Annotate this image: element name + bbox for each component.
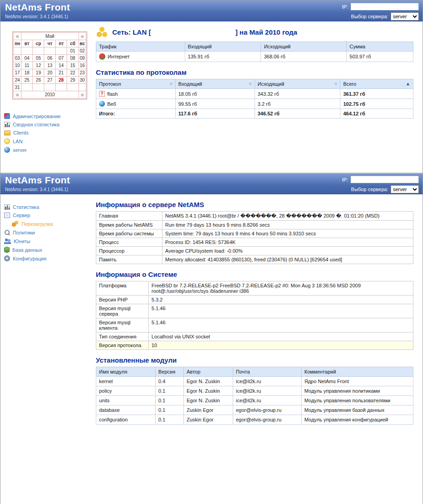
info-row: Время работы системы System time: 79 day… bbox=[96, 229, 413, 238]
info-value: FreeBSD br 7.2-RELEASE-p2 FreeBSD 7.2-RE… bbox=[149, 281, 413, 296]
sort-icon[interactable]: ≡ bbox=[334, 81, 337, 86]
server-select[interactable]: server bbox=[391, 12, 419, 21]
calendar-day[interactable]: 11 bbox=[21, 62, 33, 69]
calendar-day[interactable]: 20 bbox=[44, 69, 56, 77]
info-value: 5.1.46 bbox=[149, 318, 413, 333]
traffic-sum: 503.97 гб bbox=[347, 52, 413, 62]
calendar-day[interactable]: 10 bbox=[14, 62, 21, 69]
column-header-sortable[interactable]: ≡Входящий bbox=[175, 79, 255, 89]
calendar-day[interactable] bbox=[56, 84, 67, 91]
calendar-day[interactable]: 18 bbox=[21, 69, 33, 77]
sidebar-item-statistics[interactable]: Статистика bbox=[4, 204, 94, 210]
calendar-day[interactable]: 13 bbox=[44, 62, 56, 69]
sidebar-item-policies[interactable]: Политики bbox=[4, 229, 94, 235]
sort-asc-icon[interactable]: ▲ bbox=[406, 81, 410, 86]
sidebar-item-administration[interactable]: Администрирование bbox=[4, 113, 94, 119]
calendar-day[interactable] bbox=[32, 84, 44, 91]
web-icon bbox=[99, 101, 105, 107]
sidebar-menu-top: Администрирование Сводная статистика Cli… bbox=[4, 113, 94, 153]
calendar-day[interactable]: 03 bbox=[14, 55, 21, 62]
calendar-day[interactable]: 25 bbox=[21, 77, 33, 84]
info-row: Версия PHP 5.3.2 bbox=[96, 296, 413, 304]
server-select-label: Выбор сервера: bbox=[351, 14, 388, 19]
calendar-day[interactable]: 21 bbox=[56, 69, 67, 77]
calendar-next-year-button[interactable]: ⊛ bbox=[78, 91, 86, 99]
calendar-day[interactable] bbox=[32, 47, 44, 55]
info-value: 5.3.2 bbox=[149, 296, 413, 304]
calendar-day[interactable] bbox=[78, 84, 86, 91]
calendar-day[interactable]: 06 bbox=[44, 55, 56, 62]
info-label: Платформа bbox=[96, 281, 149, 296]
protocols-table: ≡Протокол ≡Входящий ≡Исходящий ▲Всего ?f… bbox=[96, 79, 413, 119]
sort-icon[interactable]: ≡ bbox=[170, 81, 172, 86]
calendar-day[interactable]: 07 bbox=[56, 55, 67, 62]
calendar-day[interactable]: 09 bbox=[78, 55, 86, 62]
ip-input[interactable] bbox=[350, 176, 419, 183]
calendar-day[interactable]: 01 bbox=[67, 47, 79, 55]
calendar-day[interactable]: 23 bbox=[78, 69, 86, 77]
server-select-label: Выбор сервера: bbox=[351, 187, 388, 192]
calendar-day[interactable]: 16 bbox=[78, 62, 86, 69]
calendar-day[interactable]: 24 bbox=[14, 77, 21, 84]
column-header-sortable[interactable]: ≡Исходящий bbox=[255, 79, 340, 89]
folder-icon bbox=[4, 130, 10, 135]
calendar-day[interactable]: 15 bbox=[67, 62, 79, 69]
info-row: Платформа FreeBSD br 7.2-RELEASE-p2 Free… bbox=[96, 281, 413, 296]
calendar-day[interactable] bbox=[44, 84, 56, 91]
info-value: System time: 79 days 13 hours 9 mins 4 h… bbox=[162, 229, 413, 238]
calendar-day[interactable] bbox=[56, 47, 67, 55]
calendar-day[interactable]: 26 bbox=[32, 77, 44, 84]
calendar-month: Май bbox=[21, 33, 78, 40]
page: NetAms Front NetAms version: 3.4.1 (3446… bbox=[0, 0, 423, 504]
column-header-sortable[interactable]: ≡Протокол bbox=[96, 79, 176, 89]
calendar-next-month-button[interactable]: ⊛ bbox=[78, 33, 86, 40]
ip-input[interactable] bbox=[350, 3, 419, 10]
calendar-day[interactable]: 14 bbox=[56, 62, 67, 69]
dow-label: ср bbox=[32, 40, 44, 47]
dow-label: пт bbox=[56, 40, 67, 47]
sidebar-item-lan[interactable]: LAN bbox=[4, 138, 94, 144]
calendar-prev-month-button[interactable]: ⊛ bbox=[14, 33, 21, 40]
sidebar-item-configuration[interactable]: Конфигурация bbox=[4, 255, 94, 261]
calendar-day[interactable]: 30 bbox=[78, 77, 86, 84]
info-label: Тип соединения bbox=[96, 333, 149, 341]
calendar-day[interactable]: 05 bbox=[32, 55, 44, 62]
calendar-day[interactable]: 02 bbox=[78, 47, 86, 55]
system-info-heading: Информация о Системе bbox=[96, 270, 413, 278]
column-header: Версия bbox=[156, 367, 184, 377]
calendar-day[interactable]: 04 bbox=[21, 55, 33, 62]
calendar-day[interactable]: 08 bbox=[67, 55, 79, 62]
sidebar-item-clients[interactable]: Clients bbox=[4, 130, 94, 135]
calendar-day[interactable] bbox=[14, 47, 21, 55]
column-header: Комментарий bbox=[302, 367, 413, 377]
calendar-day[interactable] bbox=[21, 84, 33, 91]
calendar-day[interactable]: 17 bbox=[14, 69, 21, 77]
calendar-day[interactable]: 29 bbox=[67, 77, 79, 84]
calendar-day[interactable]: 22 bbox=[67, 69, 79, 77]
calendar-day[interactable] bbox=[44, 47, 56, 55]
table-row: Веб 99.55 гб 3.2 гб 102.75 гб bbox=[96, 99, 413, 109]
column-header-sorted[interactable]: ▲Всего bbox=[340, 79, 413, 89]
dow-label: пн bbox=[14, 40, 21, 47]
calendar-day-selected[interactable]: 28 bbox=[56, 77, 67, 84]
calendar-day[interactable]: 12 bbox=[32, 62, 44, 69]
calendar-day[interactable]: 19 bbox=[32, 69, 44, 77]
calendar-day[interactable]: 31 bbox=[14, 84, 21, 91]
calendar-prev-year-button[interactable]: ⊛ bbox=[14, 91, 21, 99]
info-value: Process ID: 1454 RES: 57364K bbox=[162, 238, 413, 247]
sidebar-item-server[interactable]: server bbox=[4, 147, 94, 153]
sidebar-item-database[interactable]: База данных bbox=[4, 247, 94, 253]
sort-icon[interactable]: ≡ bbox=[249, 81, 252, 86]
calendar-day[interactable]: 27 bbox=[44, 77, 56, 84]
calendar-day[interactable] bbox=[21, 47, 33, 55]
sidebar-item-units[interactable]: Юниты bbox=[4, 238, 94, 244]
server-select[interactable]: server bbox=[391, 185, 419, 193]
calendar-day[interactable] bbox=[67, 84, 79, 91]
protocol-name: Веб bbox=[107, 101, 116, 107]
sidebar-item-restart[interactable]: Перезагрузка bbox=[11, 221, 94, 227]
sidebar-item-summary-statistics[interactable]: Сводная статистика bbox=[4, 122, 94, 127]
info-value: Run time 79 days 13 hours 9 mins 8.8266 … bbox=[162, 221, 413, 229]
sidebar-item-server[interactable]: Сервер bbox=[4, 213, 94, 218]
page-title: Сеть: LAN [] на Май 2010 года bbox=[112, 28, 297, 36]
calendar-dow-row: пн вт ср чт пт сб вс bbox=[14, 40, 86, 47]
